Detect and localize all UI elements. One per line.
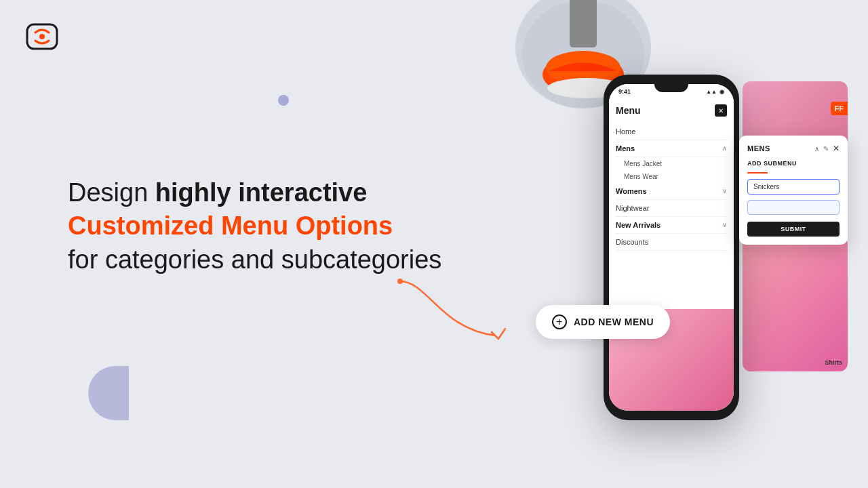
menu-panel-title: Menu <box>616 105 641 116</box>
menu-subitem-jacket[interactable]: Mens Jacket <box>616 157 727 170</box>
submenu-popup: MENS ∧ ✎ ✕ ADD SUBMENU SUBMIT <box>739 136 848 245</box>
submenu-popup-title: MENS <box>747 144 770 152</box>
menu-item-new-arrivals[interactable]: New Arrivals ∨ <box>616 217 727 234</box>
orange-underline <box>747 172 768 174</box>
menu-close-button[interactable]: ✕ <box>715 104 727 117</box>
popup-close-button[interactable]: ✕ <box>833 144 840 153</box>
right-panel-bottom: BE Shirts <box>743 236 848 371</box>
phone-notch <box>654 84 688 92</box>
menu-panel: Menu ✕ Home Mens ∧ Mens Jacket Mens Wear… <box>609 98 734 258</box>
svg-point-2 <box>397 279 403 284</box>
hero-line1-bold: highly interactive <box>155 178 368 207</box>
off-badge: FF <box>831 102 848 115</box>
chevron-up-icon-popup[interactable]: ∧ <box>814 145 819 152</box>
phone-status-icons: ▲▲ ◉ <box>706 89 724 95</box>
shirts-label: Shirts <box>825 359 842 366</box>
decorative-arrow <box>387 274 536 356</box>
phone-screen: 9:41 ▲▲ ◉ Menu ✕ Home Mens ∧ Mens Jacket… <box>609 84 734 411</box>
submenu-input[interactable] <box>747 179 840 195</box>
hero-text-block: Design highly interactive Customized Men… <box>68 176 441 277</box>
svg-rect-4 <box>570 0 597 47</box>
svg-point-1 <box>39 34 45 39</box>
hero-line1: Design highly interactive <box>68 176 441 209</box>
chevron-down-icon-arrivals: ∨ <box>722 222 727 228</box>
chevron-down-icon-womens: ∨ <box>722 188 727 195</box>
menu-item-nightwear[interactable]: Nightwear <box>616 200 727 217</box>
add-menu-label: ADD NEW MENU <box>574 317 654 327</box>
phone-time: 9:41 <box>618 88 631 95</box>
submenu-input-secondary[interactable] <box>747 200 840 215</box>
submit-button[interactable]: SUBMIT <box>747 222 840 237</box>
menu-item-mens[interactable]: Mens ∧ <box>616 140 727 157</box>
add-new-menu-button[interactable]: + ADD NEW MENU <box>536 305 670 339</box>
popup-actions: ∧ ✎ ✕ <box>814 144 840 153</box>
decorative-dot <box>278 95 289 106</box>
decorative-half-circle <box>88 366 129 420</box>
menu-subitem-wear[interactable]: Mens Wear <box>616 170 727 183</box>
hero-line2: Customized Menu Options <box>68 209 441 243</box>
chevron-up-icon: ∧ <box>722 145 727 152</box>
submenu-popup-header: MENS ∧ ✎ ✕ <box>747 144 840 153</box>
plus-icon: + <box>552 314 567 329</box>
menu-item-womens[interactable]: Womens ∨ <box>616 183 727 200</box>
logo <box>24 19 60 54</box>
hero-line3: for categories and subcategories <box>68 243 441 277</box>
menu-header: Menu ✕ <box>616 104 727 117</box>
phone-mockup: 9:41 ▲▲ ◉ Menu ✕ Home Mens ∧ Mens Jacket… <box>604 75 739 420</box>
add-submenu-label: ADD SUBMENU <box>747 160 840 167</box>
menu-item-home[interactable]: Home <box>616 123 727 140</box>
edit-icon[interactable]: ✎ <box>823 145 829 152</box>
menu-item-discounts[interactable]: Discounts <box>616 234 727 251</box>
hero-line1-regular: Design <box>68 178 155 207</box>
